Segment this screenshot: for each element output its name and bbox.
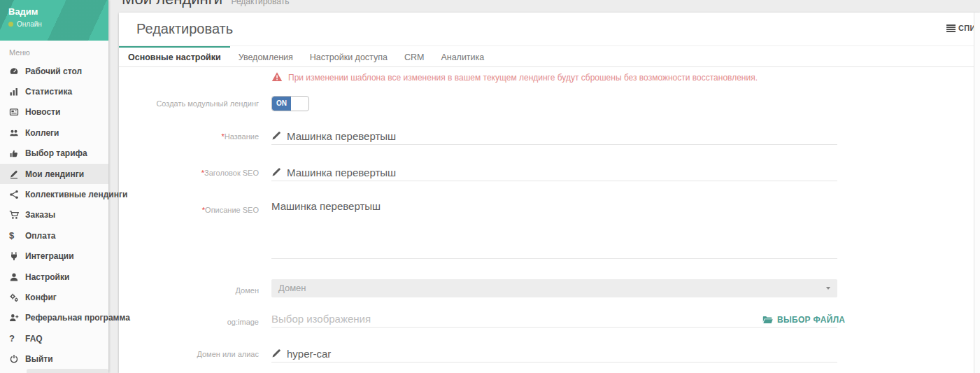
question-icon: ? xyxy=(9,333,25,344)
user-plus-icon xyxy=(9,313,25,323)
domain-select-value: Домен xyxy=(278,283,306,293)
pencil-icon xyxy=(271,131,281,143)
sidebar-item-label: Новости xyxy=(25,107,60,117)
tab-crm[interactable]: CRM xyxy=(396,46,432,66)
cart-icon xyxy=(9,210,25,220)
template-warning: При изменении шаблона все изменения в ва… xyxy=(271,71,758,83)
pencil-icon xyxy=(271,349,281,361)
sidebar-item-tariff[interactable]: Выбор тарифа xyxy=(0,143,108,164)
module-toggle[interactable]: ON xyxy=(271,96,309,111)
og-image-field-wrap xyxy=(271,311,837,328)
sidebar-item-label: Реферальная программа xyxy=(25,313,130,323)
sidebar-footer-block xyxy=(27,369,108,373)
pencil-icon xyxy=(271,167,281,180)
sidebar-item-settings[interactable]: Настройки xyxy=(0,267,108,287)
sidebar-item-dashboard[interactable]: Рабочий стол xyxy=(0,61,108,81)
main-content: Мои лендинги Редактировать Редактировать… xyxy=(108,0,980,373)
seo-description-textarea[interactable]: Машинка перевертыш xyxy=(271,200,837,259)
page-title: Мои лендинги xyxy=(122,0,222,8)
card-header: Редактировать список xyxy=(119,13,980,45)
thumbs-up-icon xyxy=(9,148,25,158)
sidebar-item-label: Рабочий стол xyxy=(25,66,82,76)
card-title: Редактировать xyxy=(136,21,233,37)
sidebar-item-label: Статистика xyxy=(25,87,72,97)
sidebar-item-config[interactable]: Конфиг xyxy=(0,287,108,307)
seo-title-label: *Заголовок SEO xyxy=(119,169,259,177)
domain-select[interactable]: Домен xyxy=(271,279,837,297)
alias-label: Домен или алиас xyxy=(119,350,259,358)
tab-access-settings[interactable]: Настройки доступа xyxy=(301,46,396,66)
sidebar-item-orders[interactable]: Заказы xyxy=(0,205,108,225)
dollar-icon: $ xyxy=(9,230,25,241)
user-icon xyxy=(9,272,25,282)
og-image-input[interactable] xyxy=(271,311,837,328)
power-icon xyxy=(9,354,25,364)
caret-down-icon xyxy=(826,287,830,290)
sidebar-item-collective-landings[interactable]: Коллективные лендинги xyxy=(0,184,108,204)
sidebar-item-logout[interactable]: Выйти xyxy=(0,349,108,369)
sidebar-item-label: Коллективные лендинги xyxy=(25,190,127,199)
tab-analytics[interactable]: Аналитика xyxy=(432,46,492,66)
domain-label: Домен xyxy=(119,286,259,295)
users-icon xyxy=(9,128,25,138)
online-status-dot xyxy=(8,22,13,27)
sidebar-item-label: Интеграции xyxy=(25,251,74,261)
sidebar-item-news[interactable]: Новости xyxy=(0,102,108,122)
stats-icon xyxy=(9,87,25,97)
plug-icon xyxy=(9,251,25,261)
warning-triangle-icon xyxy=(271,71,283,82)
page-heading: Мои лендинги Редактировать xyxy=(122,0,289,8)
domain-field-wrap: Домен xyxy=(271,279,837,297)
module-toggle-label: Создать модульный лендинг xyxy=(119,99,259,108)
sidebar-item-my-landings[interactable]: Мои лендинги xyxy=(0,164,108,184)
sidebar-item-label: Настройки xyxy=(25,272,69,282)
profile-status-label: Онлайн xyxy=(17,20,42,28)
gears-icon xyxy=(9,293,25,302)
share-icon xyxy=(9,190,25,199)
sidebar-item-payment[interactable]: $ Оплата xyxy=(0,225,108,246)
folder-open-icon xyxy=(762,316,773,324)
name-field-wrap xyxy=(271,128,837,145)
main-settings-form: При изменении шаблона все изменения в ва… xyxy=(119,67,980,373)
sidebar-item-faq[interactable]: ? FAQ xyxy=(0,328,108,349)
sidebar-item-label: FAQ xyxy=(25,334,43,344)
menu-section-label: Меню xyxy=(0,41,108,61)
toggle-on-segment: ON xyxy=(272,97,291,111)
tab-bar: Основные настройки Уведомления Настройки… xyxy=(119,45,980,67)
sidebar-item-label: Выбор тарифа xyxy=(25,148,87,158)
alias-field-wrap xyxy=(271,346,837,363)
sidebar-item-label: Конфиг xyxy=(25,293,57,302)
vertical-scrollbar[interactable] xyxy=(974,13,980,373)
alias-input[interactable] xyxy=(271,346,837,363)
sidebar-item-label: Мои лендинги xyxy=(25,169,84,179)
sidebar-item-referral[interactable]: Реферальная программа xyxy=(0,308,108,328)
seo-description-label: *Описание SEO xyxy=(119,206,259,214)
seo-title-input[interactable] xyxy=(271,164,837,181)
list-icon xyxy=(946,24,956,32)
profile-status: Онлайн xyxy=(8,20,100,28)
dashboard-icon xyxy=(9,66,25,76)
sidebar-item-label: Выйти xyxy=(25,354,53,364)
page-subtitle: Редактировать xyxy=(231,0,289,6)
sidebar-item-integrations[interactable]: Интеграции xyxy=(0,246,108,267)
news-icon xyxy=(9,107,25,117)
og-image-label: og:image xyxy=(119,318,259,326)
sidebar-item-statistics[interactable]: Статистика xyxy=(0,81,108,101)
edit-card: Редактировать список Основные настройки … xyxy=(119,13,980,373)
warning-text: При изменении шаблона все изменения в ва… xyxy=(288,71,758,83)
sidebar-item-label: Оплата xyxy=(25,231,55,241)
sidebar-item-label: Заказы xyxy=(25,210,55,220)
tab-notifications[interactable]: Уведомления xyxy=(230,46,301,66)
tab-main-settings[interactable]: Основные настройки xyxy=(119,46,230,66)
name-label: *Название xyxy=(119,132,259,141)
choose-file-label: Выбор файла xyxy=(777,315,845,325)
sidebar-item-colleagues[interactable]: Коллеги xyxy=(0,122,108,143)
seo-description-field-wrap: Машинка перевертыш xyxy=(271,200,837,262)
sidebar-item-label: Коллеги xyxy=(25,128,59,138)
profile-name: Вадим xyxy=(8,6,100,17)
name-input[interactable] xyxy=(271,128,837,145)
pen-icon xyxy=(9,169,25,179)
choose-file-button[interactable]: Выбор файла xyxy=(762,315,845,325)
profile-header: Вадим Онлайн xyxy=(0,0,108,41)
seo-title-field-wrap xyxy=(271,164,837,181)
